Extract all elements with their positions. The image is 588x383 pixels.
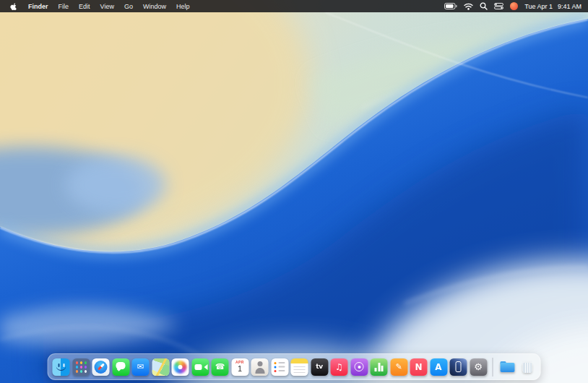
- dock-icon-launchpad[interactable]: [72, 358, 90, 376]
- dock-icon-finder[interactable]: [53, 358, 70, 376]
- battery-icon[interactable]: [444, 3, 457, 9]
- desktop[interactable]: [0, 12, 588, 350]
- dock-icon-contacts[interactable]: [251, 358, 269, 376]
- calendar-day-label: 1: [238, 365, 242, 373]
- menu-bar: FinderFileEditViewGoWindowHelp Tue Apr 1…: [0, 0, 588, 12]
- appstore-glyph: A: [430, 358, 447, 376]
- menu-items: FinderFileEditViewGoWindowHelp: [23, 3, 194, 10]
- dock-icon-pages[interactable]: ✎: [390, 358, 407, 376]
- apple-menu-icon[interactable]: [7, 2, 20, 11]
- mail-glyph: ✉: [132, 358, 150, 376]
- dock-icon-tv[interactable]: tv: [311, 358, 328, 376]
- menu-date: Tue Apr 1: [524, 3, 553, 10]
- dock-icon-reminders[interactable]: [271, 358, 288, 376]
- menu-edit[interactable]: Edit: [74, 3, 95, 10]
- dock-icon-facetime[interactable]: [191, 358, 209, 376]
- dock-icon-calendar[interactable]: APR1: [231, 358, 248, 376]
- screen: FinderFileEditViewGoWindowHelp Tue Apr 1…: [0, 0, 588, 383]
- menu-file[interactable]: File: [53, 3, 74, 10]
- dock-icon-mail[interactable]: ✉: [132, 358, 150, 376]
- dock-apps: ✉☎APR1tv♫✎NA⚙: [53, 358, 488, 376]
- dock-icon-music[interactable]: ♫: [331, 358, 348, 376]
- dock: ✉☎APR1tv♫✎NA⚙: [48, 353, 541, 380]
- dock-icon-downloads[interactable]: [498, 358, 516, 376]
- dock-icon-news[interactable]: N: [410, 358, 428, 376]
- menu-go[interactable]: Go: [119, 3, 138, 10]
- music-glyph: ♫: [331, 358, 348, 376]
- dock-icon-appstore[interactable]: A: [430, 358, 447, 376]
- dock-separator: [493, 358, 493, 376]
- dock-icon-safari[interactable]: [92, 358, 110, 376]
- dock-icon-notes[interactable]: [291, 358, 308, 376]
- menu-bar-left: FinderFileEditViewGoWindowHelp: [0, 2, 194, 11]
- menu-view[interactable]: View: [95, 3, 119, 10]
- spotlight-icon[interactable]: [480, 2, 488, 10]
- dock-icon-messages[interactable]: [112, 358, 129, 376]
- dock-icon-maps[interactable]: [152, 358, 169, 376]
- menu-clock[interactable]: Tue Apr 1 9:41 AM: [524, 3, 581, 10]
- dock-extras: [498, 358, 536, 376]
- wifi-icon[interactable]: [464, 3, 473, 10]
- menu-bar-right: Tue Apr 1 9:41 AM: [444, 2, 588, 10]
- dock-icon-podcasts[interactable]: [350, 358, 368, 376]
- dock-icon-iphone-mirroring[interactable]: [450, 358, 467, 376]
- news-glyph: N: [410, 358, 428, 376]
- dock-icon-settings[interactable]: ⚙: [470, 358, 487, 376]
- settings-glyph: ⚙: [470, 358, 487, 376]
- menu-finder[interactable]: Finder: [23, 3, 53, 10]
- user-avatar-icon[interactable]: [510, 2, 518, 10]
- menu-help[interactable]: Help: [171, 3, 195, 10]
- menu-time: 9:41 AM: [558, 3, 581, 10]
- tv-glyph: tv: [311, 358, 328, 376]
- dock-icon-phone[interactable]: ☎: [212, 358, 229, 376]
- calendar-month-label: APR: [235, 361, 244, 364]
- menu-window[interactable]: Window: [138, 3, 171, 10]
- dock-icon-photos[interactable]: [172, 358, 189, 376]
- phone-glyph: ☎: [212, 358, 229, 376]
- control-center-icon[interactable]: [494, 3, 503, 9]
- dock-icon-numbers[interactable]: [371, 358, 388, 376]
- dock-icon-trash[interactable]: [519, 358, 536, 376]
- pages-glyph: ✎: [390, 358, 407, 376]
